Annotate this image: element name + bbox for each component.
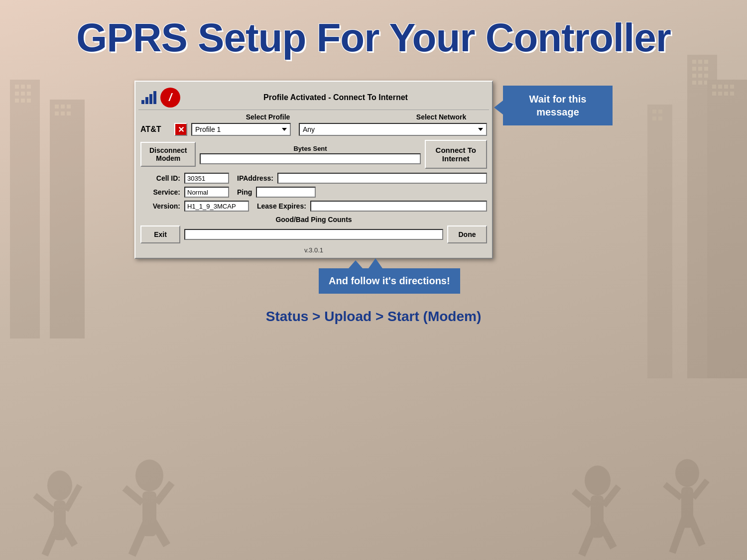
tooltip-box: And follow it's directions! — [319, 268, 460, 294]
signal-bar-3 — [149, 94, 152, 104]
page-title: GPRS Setup For Your Controller — [76, 15, 671, 61]
bytes-area: Bytes Sent — [200, 145, 420, 164]
lease-field — [310, 201, 487, 212]
network-dropdown[interactable]: Any — [299, 123, 487, 136]
ping-label: Ping — [237, 188, 252, 196]
dialog-area: / Profile Activated - Connect To Interne… — [134, 81, 613, 259]
status-message: Profile Activated - Connect To Internet — [185, 93, 486, 102]
buttons-row: DisconnectModem Bytes Sent Connect ToInt… — [138, 140, 489, 169]
service-label: Service: — [140, 188, 180, 196]
cell-ip-row: Cell ID: 30351 IPAddress: — [138, 173, 489, 184]
att-row: AT&T ✕ Profile 1 Any — [138, 123, 489, 136]
service-ping-row: Service: Normal Ping — [138, 187, 489, 198]
cell-id-value: 30351 — [187, 175, 205, 182]
network-dropdown-arrow-icon — [478, 128, 483, 131]
footer-text: Status > Upload > Start (Modem) — [266, 309, 482, 325]
bytes-sent-label: Bytes Sent — [200, 145, 420, 152]
signal-bar-4 — [153, 91, 156, 104]
exit-button[interactable]: Exit — [140, 225, 180, 243]
version-number: v.3.0.1 — [138, 245, 489, 255]
tooltip-arrow-up-icon — [369, 258, 382, 268]
signal-bar-1 — [141, 100, 144, 104]
ip-address-field — [277, 173, 487, 184]
lease-expires-label: Lease Expires: — [257, 202, 306, 210]
ip-address-label: IPAddress: — [237, 174, 273, 182]
profile-value: Profile 1 — [195, 125, 221, 133]
profile-network-labels: Select Profile Select Network — [138, 113, 489, 121]
lightning-icon: / — [160, 88, 180, 108]
network-value: Any — [303, 125, 315, 133]
version-row: Version: H1_1_9_3MCAP Lease Expires: — [138, 201, 489, 212]
signal-bars-icon — [141, 91, 156, 104]
att-label: AT&T — [140, 125, 170, 134]
disconnect-modem-label: DisconnectModem — [149, 146, 187, 162]
ping-counts-label: Good/Bad Ping Counts — [138, 216, 489, 224]
cell-id-label: Cell ID: — [140, 174, 180, 182]
bottom-row: Exit Done — [138, 225, 489, 243]
dropdown-arrow-icon — [282, 128, 287, 131]
cell-id-field: 30351 — [184, 173, 229, 184]
signal-bar-2 — [145, 97, 148, 104]
tooltip-text: And follow it's directions! — [329, 275, 450, 286]
callout-text: Wait for this message — [529, 94, 587, 117]
x-button[interactable]: ✕ — [174, 123, 187, 136]
main-content: GPRS Setup For Your Controller / Profile… — [0, 0, 747, 560]
service-field: Normal — [184, 187, 229, 198]
version-value: H1_1_9_3MCAP — [187, 203, 236, 210]
bytes-sent-field — [200, 153, 420, 164]
ping-count-field — [184, 229, 443, 240]
disconnect-modem-button[interactable]: DisconnectModem — [140, 142, 196, 167]
done-button[interactable]: Done — [447, 225, 487, 243]
service-value: Normal — [187, 189, 208, 196]
select-network-label: Select Network — [396, 113, 486, 121]
connect-to-internet-label: Connect ToInternet — [436, 146, 476, 163]
main-dialog: / Profile Activated - Connect To Interne… — [134, 81, 493, 259]
ping-field — [256, 187, 316, 198]
callout-box: Wait for this message — [503, 86, 613, 125]
select-profile-label: Select Profile — [223, 113, 313, 121]
version-label: Version: — [140, 202, 180, 210]
profile-dropdown[interactable]: Profile 1 — [191, 123, 291, 136]
connect-to-internet-button[interactable]: Connect ToInternet — [425, 140, 487, 169]
version-field: H1_1_9_3MCAP — [184, 201, 249, 212]
